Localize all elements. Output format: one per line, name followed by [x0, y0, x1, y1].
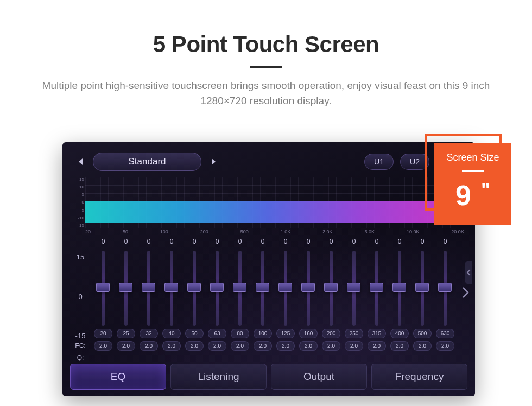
eq-band-q[interactable]: 2.0 [390, 341, 409, 351]
eq-band-value: 0 [261, 238, 265, 249]
eq-q-label: Q: [72, 354, 88, 361]
side-panel-toggle[interactable] [465, 261, 472, 284]
eq-band-q[interactable]: 2.0 [345, 341, 363, 351]
spectrum-x-tick: 2.0K [322, 229, 333, 234]
eq-band-fc[interactable]: 40 [162, 329, 181, 338]
eq-band-q[interactable]: 2.0 [436, 341, 454, 351]
spectrum-y-tick: -5 [72, 208, 84, 213]
eq-band-fc[interactable]: 20 [94, 329, 112, 338]
eq-band-315: 03152.0 [365, 238, 388, 363]
eq-band-fc[interactable]: 630 [436, 329, 454, 338]
eq-band-q[interactable]: 2.0 [254, 341, 272, 351]
eq-slider-knob[interactable] [164, 283, 178, 292]
eq-slider[interactable] [421, 251, 424, 326]
eq-slider[interactable] [398, 251, 401, 326]
eq-slider[interactable] [444, 251, 447, 326]
eq-band-fc[interactable]: 100 [254, 329, 272, 338]
eq-band-q[interactable]: 2.0 [185, 341, 204, 351]
bottom-tabs: EQListeningOutputFrequency [70, 364, 467, 390]
eq-band-400: 04002.0 [388, 238, 411, 363]
eq-slider[interactable] [193, 251, 196, 326]
tab-eq[interactable]: EQ [70, 364, 166, 390]
eq-slider-knob[interactable] [415, 283, 429, 292]
eq-band-q[interactable]: 2.0 [140, 341, 158, 351]
eq-slider-knob[interactable] [256, 283, 269, 292]
spectrum-x-tick: 20 [85, 229, 91, 234]
eq-band-fc[interactable]: 400 [390, 329, 409, 338]
eq-slider-knob[interactable] [347, 283, 360, 292]
eq-slider-knob[interactable] [142, 283, 155, 292]
eq-slider[interactable] [284, 251, 287, 326]
eq-slider[interactable] [216, 251, 219, 326]
eq-slider[interactable] [307, 251, 310, 326]
eq-next-button[interactable] [462, 287, 470, 301]
eq-band-fc[interactable]: 80 [231, 329, 249, 338]
eq-slider[interactable] [124, 251, 128, 326]
preset-prev-button[interactable] [72, 153, 90, 170]
callout-label: Screen Size [434, 152, 511, 163]
callout-unit: " [481, 179, 490, 201]
eq-band-fc[interactable]: 32 [140, 329, 158, 338]
eq-slider-knob[interactable] [233, 283, 246, 292]
eq-band-value: 0 [421, 238, 425, 249]
eq-band-q[interactable]: 2.0 [208, 341, 226, 351]
eq-band-q[interactable]: 2.0 [231, 341, 249, 351]
eq-slider[interactable] [102, 251, 105, 326]
screen-size-callout: Screen Size 9" [423, 134, 511, 226]
eq-slider-knob[interactable] [324, 283, 338, 292]
eq-band-fc[interactable]: 250 [345, 329, 363, 338]
eq-band-value: 0 [170, 238, 174, 249]
eq-slider[interactable] [352, 251, 356, 326]
eq-slider[interactable] [330, 251, 333, 326]
eq-slider-knob[interactable] [96, 283, 110, 292]
spectrum-x-tick: 50 [123, 229, 128, 234]
eq-slider-knob[interactable] [438, 283, 452, 292]
spectrum-y-tick: 10 [72, 185, 84, 189]
eq-band-fc[interactable]: 200 [322, 329, 340, 338]
eq-slider-knob[interactable] [278, 283, 292, 292]
eq-slider-knob[interactable] [301, 283, 315, 292]
eq-band-100: 01002.0 [251, 238, 274, 363]
eq-slider-knob[interactable] [392, 283, 406, 292]
eq-slider-knob[interactable] [210, 283, 224, 292]
tab-frequency[interactable]: Frequency [371, 364, 467, 390]
eq-band-q[interactable]: 2.0 [162, 341, 181, 351]
eq-slider[interactable] [261, 251, 264, 326]
chevron-right-icon [209, 157, 218, 166]
eq-band-q[interactable]: 2.0 [322, 341, 340, 351]
eq-band-q[interactable]: 2.0 [276, 341, 295, 351]
eq-band-value: 0 [375, 238, 379, 249]
eq-band-q[interactable]: 2.0 [299, 341, 318, 351]
eq-slider-knob[interactable] [119, 283, 132, 292]
tab-output[interactable]: Output [271, 364, 367, 390]
eq-band-fc[interactable]: 160 [299, 329, 318, 338]
eq-band-q[interactable]: 2.0 [368, 341, 386, 351]
eq-slider-knob[interactable] [187, 283, 201, 292]
preset-label[interactable]: Standard [93, 153, 201, 171]
eq-band-fc[interactable]: 63 [208, 329, 226, 338]
eq-band-fc[interactable]: 25 [117, 329, 135, 338]
eq-band-fc[interactable]: 500 [413, 329, 432, 338]
eq-band-fc[interactable]: 50 [185, 329, 204, 338]
eq-slider[interactable] [170, 251, 173, 326]
chevron-right-icon [462, 287, 470, 299]
tab-listening[interactable]: Listening [170, 364, 267, 390]
eq-slider-knob[interactable] [370, 283, 383, 292]
callout-body: Screen Size 9" [434, 143, 511, 225]
preset-next-button[interactable] [205, 153, 222, 170]
eq-slider[interactable] [147, 251, 150, 326]
eq-band-80: 0802.0 [229, 238, 251, 363]
eq-band-fc[interactable]: 315 [368, 329, 386, 338]
eq-band-32: 0322.0 [137, 238, 160, 363]
eq-band-q[interactable]: 2.0 [413, 341, 432, 351]
eq-band-q[interactable]: 2.0 [94, 341, 112, 351]
eq-band-fc[interactable]: 125 [276, 329, 295, 338]
eq-band-40: 0402.0 [160, 238, 183, 363]
spectrum-x-tick: 20.0K [451, 229, 464, 234]
user-preset-1[interactable]: U1 [364, 154, 394, 170]
eq-band-q[interactable]: 2.0 [117, 341, 135, 351]
eq-band-value: 0 [352, 238, 356, 249]
eq-slider[interactable] [238, 251, 242, 326]
eq-slider[interactable] [375, 251, 378, 326]
spectrum-y-tick: -15 [72, 223, 84, 228]
